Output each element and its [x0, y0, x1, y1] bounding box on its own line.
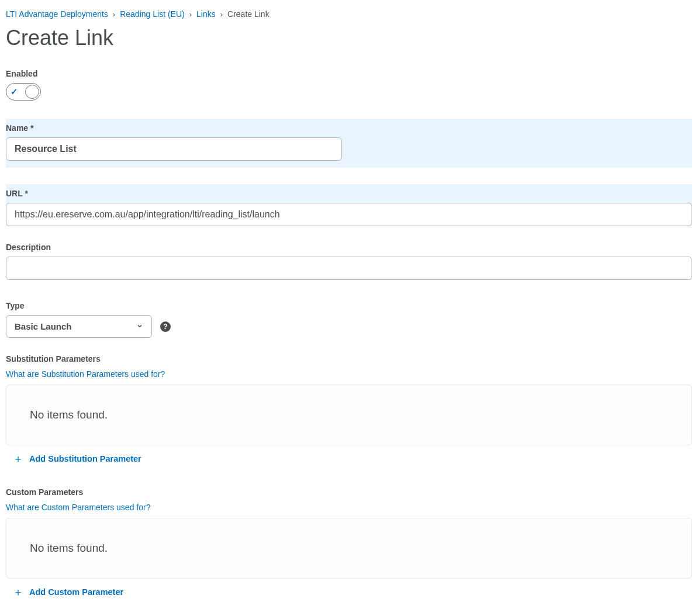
url-label: URL * [6, 189, 692, 198]
description-label: Description [6, 243, 692, 252]
add-custom-label: Add Custom Parameter [29, 587, 123, 597]
name-input[interactable] [6, 137, 342, 161]
help-icon[interactable]: ? [160, 321, 171, 332]
type-select[interactable]: Basic Launch [6, 315, 152, 338]
breadcrumb-links[interactable]: Links [196, 9, 216, 19]
substitution-empty-text: No items found. [30, 409, 108, 421]
description-field: Description [6, 243, 692, 280]
chevron-right-icon: › [113, 10, 115, 19]
type-field: Type Basic Launch ? [6, 301, 692, 338]
url-field: URL * [6, 184, 692, 226]
enabled-label: Enabled [6, 69, 692, 78]
breadcrumb-reading-list-eu[interactable]: Reading List (EU) [120, 9, 185, 19]
substitution-title: Substitution Parameters [6, 354, 692, 364]
enabled-toggle[interactable]: ✓ [6, 83, 41, 101]
type-label: Type [6, 301, 692, 310]
substitution-parameters-section: Substitution Parameters What are Substit… [6, 354, 692, 464]
custom-panel: No items found. [6, 518, 692, 579]
substitution-panel: No items found. [6, 385, 692, 445]
name-label: Name * [6, 123, 692, 133]
plus-icon: ＋ [13, 454, 23, 464]
add-substitution-parameter-button[interactable]: ＋ Add Substitution Parameter [6, 454, 141, 464]
substitution-info-link[interactable]: What are Substitution Parameters used fo… [6, 369, 165, 379]
custom-empty-text: No items found. [30, 542, 108, 554]
breadcrumb-current: Create Link [227, 9, 269, 19]
add-custom-parameter-button[interactable]: ＋ Add Custom Parameter [6, 587, 123, 597]
name-field: Name * [6, 119, 692, 168]
enabled-field: Enabled ✓ [6, 69, 692, 102]
breadcrumb: LTI Advantage Deployments › Reading List… [6, 6, 692, 19]
page-title: Create Link [6, 26, 692, 50]
custom-info-link[interactable]: What are Custom Parameters used for? [6, 503, 150, 512]
chevron-down-icon [136, 321, 143, 331]
add-substitution-label: Add Substitution Parameter [29, 454, 141, 463]
chevron-right-icon: › [189, 10, 192, 19]
check-icon: ✓ [11, 86, 18, 97]
plus-icon: ＋ [13, 587, 23, 597]
breadcrumb-lti-advantage-deployments[interactable]: LTI Advantage Deployments [6, 9, 108, 19]
toggle-knob [25, 85, 39, 99]
custom-title: Custom Parameters [6, 487, 692, 497]
custom-parameters-section: Custom Parameters What are Custom Parame… [6, 487, 692, 597]
chevron-right-icon: › [220, 10, 223, 19]
type-select-value: Basic Launch [15, 321, 72, 331]
description-input[interactable] [6, 257, 692, 280]
url-input[interactable] [6, 203, 692, 226]
